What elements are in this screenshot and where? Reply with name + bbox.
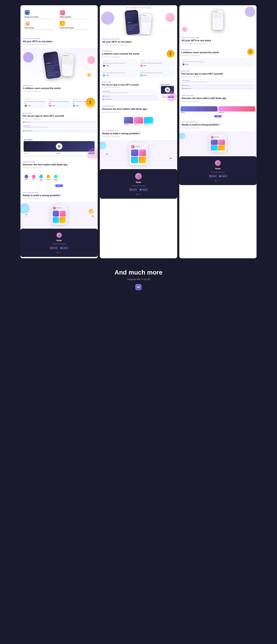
test-text-r1: Node is the best NFT market I ever know …	[182, 61, 254, 62]
bid-label-right: Place a bid	[184, 85, 189, 86]
ready-title-mid: Ready to build a strong portfolio?	[102, 132, 175, 135]
col-middle-scroll[interactable]: Over 1 million digital artists use Node …	[100, 5, 177, 258]
portfolio-tag-right: GET YOUR PORTFOLIO	[182, 121, 254, 123]
popular-subtitle-middle: Over 1 million digital entities use Node…	[102, 44, 175, 46]
store-buttons-mid: 🍎 App Store ▶ Google Play	[129, 188, 148, 191]
right-seller-row-4	[214, 16, 222, 18]
discover-tag-mid: EARN WITH NODE	[102, 106, 175, 107]
follow-btn[interactable]: Join us	[55, 184, 63, 187]
sellers-area: Edit frame 3,483.11 Jake Trace 3,483.11 …	[20, 171, 98, 190]
nft-seller-info-2: Jake Trace 3,483.11	[134, 124, 143, 126]
testimonial-tag-middle: Testimonials	[102, 50, 175, 52]
testimonial-subtitle-left: We will take care of everything else.	[23, 91, 95, 92]
nft-thumb-2	[60, 211, 66, 216]
option-label-1: Place a bid	[25, 122, 30, 123]
row-h3	[128, 29, 133, 31]
about-tag-mid: ABOUT NODE	[102, 82, 158, 83]
sr-card-2: Verifier Capital 3,483.11	[218, 106, 255, 114]
stars-m3: ★★★★★	[103, 70, 137, 72]
author-m3: KidAku	[106, 75, 109, 76]
option-wallet-right: Multiple wallets	[181, 87, 255, 90]
portfolio-title-right: Ready to build a strong portfolio?	[182, 124, 254, 126]
testimonial-text-1: Node is the best NFT market I ever know …	[25, 101, 46, 104]
app-tagline-left: The new NFT marketplace	[52, 243, 66, 244]
tokens-desc: Buy and sell digital assets. Keep track …	[60, 29, 94, 30]
testimonial-card-1: ★★★★★ Node is the best NFT market I ever…	[23, 98, 47, 108]
ready-section-middle: GET YOUR PORTFOLIO Ready to build a stro…	[100, 128, 177, 140]
googleplay-btn-mid[interactable]: ▶ Google Play	[139, 188, 148, 191]
space-card-title-mid: Space shipping	[161, 84, 174, 85]
seller-card-5: Peyton Mortridge 3,483.11	[52, 174, 59, 182]
following-dot-mid: ●	[169, 158, 170, 159]
discover-section-right: EARN WITH NODE Discover the best sellers…	[179, 92, 256, 105]
about-title-mid: The secure app to store NFT yourself	[102, 84, 158, 86]
portfolio-nft-grid	[53, 211, 66, 223]
nft-seller-info-3: Jasline Capital 3,483.11	[144, 124, 153, 126]
phone-hero-text: Overload	[46, 62, 50, 64]
feature-tokens: 🪙 Support for 20+ tokens Buy and sell di…	[60, 21, 94, 30]
user-handle-mid: @kahaku_tara	[136, 147, 140, 148]
avatar-m1	[103, 65, 105, 67]
footer-dark-right: 🌐 Node The new NFT marketplace 🍎 App Sto…	[179, 156, 256, 185]
join-btn-right[interactable]: Join us	[214, 115, 222, 118]
appstore-btn-right[interactable]: 🍎 App Store	[208, 174, 217, 178]
store-buttons-left: 🍎 App Store ▶ Google Play	[49, 246, 69, 250]
pnft-4	[139, 156, 146, 163]
testimonial-title-middle: 1 millions users around the world	[102, 52, 175, 55]
seller-card-4: Peyton Karate 3,483.11	[45, 174, 52, 182]
popular-tag-middle: Popular on App Store	[102, 38, 175, 40]
col-right-scroll[interactable]: Best sellers Popular on App Store All yo…	[179, 5, 256, 258]
dot-2-left	[59, 252, 60, 253]
user-avatar-right	[211, 136, 214, 139]
sr-img-1	[180, 106, 218, 112]
verified-title-mid: Verified profile	[103, 91, 156, 92]
nft-thumb-1	[53, 211, 59, 216]
test-card-m4: ★★★★★ Node is the best NFT market I ever…	[139, 69, 175, 78]
nft-seller-card-3: Jasline Capital 3,483.11	[144, 117, 153, 126]
about-tag-right: ABOUT NODE	[181, 70, 255, 72]
testimonial-subtitle-middle: We will take care of everything else.	[102, 56, 175, 58]
pnft-1	[131, 150, 138, 156]
secure-desc: Buy and sell digital assets. Keep track …	[25, 29, 58, 30]
phone-hero-img: Overload	[44, 53, 58, 65]
option-bid-right: Place a bid	[181, 84, 255, 87]
appstore-btn-left[interactable]: 🍎 App Store	[49, 246, 58, 250]
seller-avatar-4	[46, 175, 50, 178]
avatar-2	[49, 105, 51, 107]
apple-icon-left: 🍎	[51, 247, 52, 249]
avatar-m4	[140, 74, 142, 76]
right-seller-row-2	[214, 14, 222, 15]
testimonial-tag-left: Testimonials	[23, 85, 95, 86]
col-left-scroll[interactable]: 💼 Manage your portfolio Buy and sell dig…	[20, 5, 98, 258]
verified-title: Verified profile	[23, 125, 95, 126]
appstore-btn-mid[interactable]: 🍎 App Store	[129, 188, 138, 191]
popular-section-right: Popular on App Store All your NFTs in on…	[179, 34, 256, 47]
seller-amount-5: 3,483.11	[53, 180, 58, 181]
about-features-left: Place a bid Verified profile Node is a p…	[22, 121, 96, 132]
following-num-mid: 802	[170, 158, 172, 159]
col-left: 💼 Manage your portfolio Buy and sell dig…	[20, 5, 98, 258]
test-author-m2: KidAku	[140, 65, 174, 67]
author-m1: KidAku	[106, 65, 109, 66]
option-multiple-wallets: Multiple wallets	[22, 130, 96, 132]
rnft-1	[211, 140, 218, 145]
googleplay-btn-right[interactable]: ▶ Google Play	[218, 174, 228, 178]
googleplay-btn-left[interactable]: ▶ Google Play	[60, 246, 69, 250]
portfolio-user-right: Kaheku Tara @kahaku_tara	[211, 136, 225, 139]
heart-icon: ❤	[141, 278, 143, 280]
secure-title: Secure storage	[25, 27, 58, 28]
col-middle: Over 1 million digital artists use Node …	[100, 5, 177, 258]
earn-title-left: Discover the best sellers with Node app	[23, 163, 95, 166]
seller-avatar-3	[39, 175, 43, 178]
phone-screen-main: Overload	[44, 52, 60, 79]
ready-subtitle-mid: Let's do the best and make money.	[102, 136, 175, 138]
digital-icon: 🎨	[60, 10, 65, 15]
about-subtitle-mid: We will take care of everything else.	[102, 87, 158, 88]
nft-thumb-3	[53, 217, 59, 223]
sr-price-1: 3,483.11	[181, 113, 217, 114]
phone-right-hero: Best sellers	[181, 7, 255, 33]
option-dot-2	[23, 130, 24, 131]
option-bid-mid: Place a bid	[102, 95, 158, 98]
bottom-title: And much more	[114, 269, 162, 276]
space-card-img: 🧑‍🚀	[24, 141, 94, 152]
